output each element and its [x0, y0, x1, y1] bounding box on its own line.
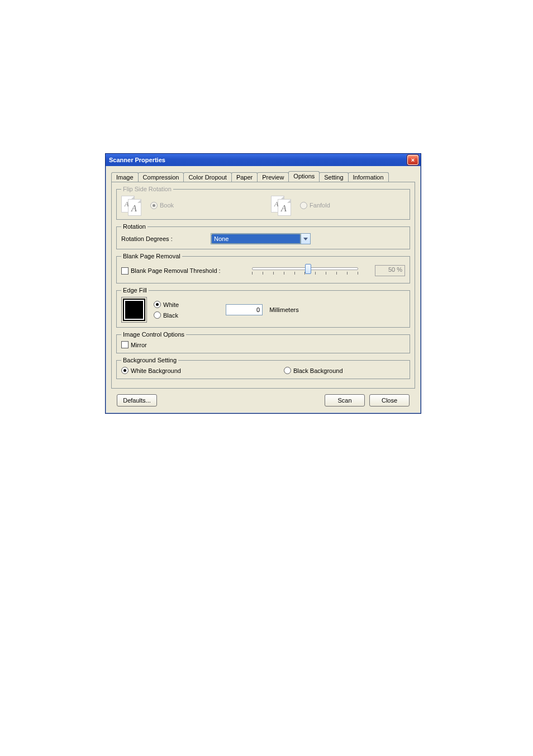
close-button[interactable]: Close — [369, 394, 410, 407]
tab-preview[interactable]: Preview — [257, 172, 289, 182]
tabstrip: Image Compression Color Dropout Paper Pr… — [111, 171, 415, 182]
radio-fanfold-label: Fanfold — [310, 202, 330, 209]
tab-image[interactable]: Image — [111, 172, 139, 182]
tab-setting[interactable]: Setting — [319, 172, 348, 182]
group-background-setting: Background Setting White Background Blac… — [116, 357, 410, 379]
window-title: Scanner Properties — [108, 157, 407, 163]
checkbox-mirror-label: Mirror — [131, 342, 147, 348]
legend-bg: Background Setting — [121, 357, 178, 363]
radio-edge-white-label: White — [163, 301, 179, 308]
legend-flip: Flip Side Rotation — [121, 186, 173, 192]
blank-threshold-slider[interactable] — [252, 263, 358, 278]
checkbox-mirror[interactable]: Mirror — [121, 341, 405, 348]
group-rotation: Rotation Rotation Degrees : None — [116, 223, 410, 249]
defaults-button[interactable]: Defaults... — [117, 394, 157, 407]
group-image-control: Image Control Options Mirror — [116, 331, 410, 353]
blank-threshold-value: 50 % — [375, 265, 405, 276]
titlebar[interactable]: Scanner Properties × — [106, 154, 421, 166]
legend-imgctrl: Image Control Options — [121, 331, 186, 338]
legend-blank: Blank Page Removal — [121, 253, 182, 259]
radio-bg-white-label: White Background — [131, 367, 181, 374]
rotation-degrees-combo[interactable]: None — [211, 233, 311, 244]
rotation-degrees-label: Rotation Degrees : — [121, 235, 205, 242]
group-edge-fill: Edge Fill White Black — [116, 287, 410, 328]
chevron-down-icon[interactable] — [301, 234, 310, 244]
radio-book: Book — [150, 202, 174, 209]
legend-rotation: Rotation — [121, 223, 147, 230]
legend-edge: Edge Fill — [121, 287, 149, 294]
radio-edge-black-label: Black — [163, 312, 178, 319]
scan-button[interactable]: Scan — [325, 394, 365, 407]
radio-bg-black-label: Black Background — [293, 367, 343, 374]
edge-fill-preview — [121, 297, 147, 323]
group-flip-side-rotation: Flip Side Rotation AA Book — [116, 186, 410, 220]
tab-options[interactable]: Options — [288, 171, 320, 182]
dialog-button-row: Defaults... Scan Close — [111, 389, 415, 407]
radio-bg-white[interactable]: White Background — [121, 367, 181, 374]
radio-bg-black[interactable]: Black Background — [284, 367, 343, 374]
checkbox-blank-threshold[interactable]: Blank Page Removal Threshold : — [121, 267, 221, 275]
book-icon: AA — [121, 196, 144, 215]
edge-fill-unit: Millimeters — [269, 306, 299, 313]
scanner-properties-window: Scanner Properties × Image Compression C… — [105, 153, 421, 414]
radio-edge-white[interactable]: White — [154, 301, 179, 308]
rotation-degrees-value: None — [211, 234, 301, 244]
edge-fill-amount-input[interactable] — [226, 304, 263, 315]
tab-paper[interactable]: Paper — [231, 172, 258, 182]
tab-color-dropout[interactable]: Color Dropout — [183, 172, 231, 182]
fanfold-icon: AA — [271, 196, 293, 215]
radio-fanfold: Fanfold — [300, 202, 330, 209]
radio-book-label: Book — [160, 202, 174, 209]
tab-information[interactable]: Information — [348, 172, 389, 182]
checkbox-blank-threshold-label: Blank Page Removal Threshold : — [131, 267, 221, 274]
radio-edge-black[interactable]: Black — [154, 311, 179, 319]
group-blank-page-removal: Blank Page Removal Blank Page Removal Th… — [116, 253, 410, 284]
tab-panel-options: Flip Side Rotation AA Book — [111, 182, 415, 389]
tab-compression[interactable]: Compression — [138, 172, 184, 182]
close-icon[interactable]: × — [407, 155, 418, 165]
